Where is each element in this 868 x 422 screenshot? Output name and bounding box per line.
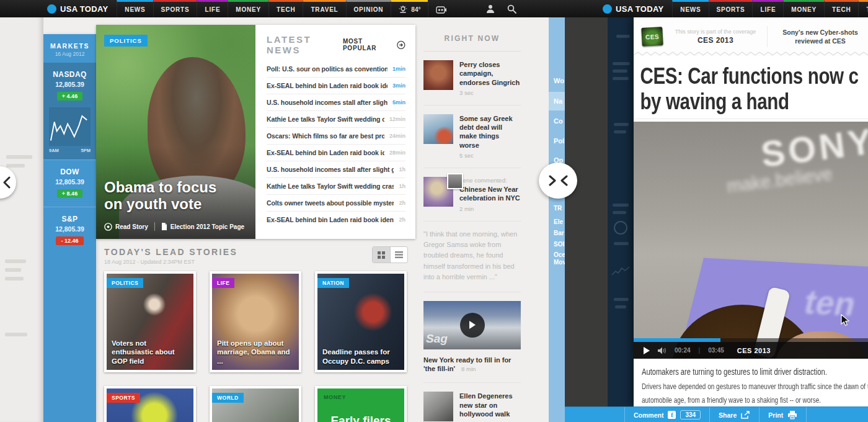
index-value: 12,805.39 <box>43 178 96 186</box>
nav-item-travel[interactable]: TRAVEL <box>303 0 345 17</box>
lead-story-card[interactable]: LIFEPitt opens up about marriage, Obama … <box>210 271 301 372</box>
camera-icon <box>436 6 447 14</box>
play-button[interactable] <box>460 313 485 338</box>
right-now-item[interactable]: Irene commented:Chinese New Year celebra… <box>423 168 521 222</box>
nav-item-opinion[interactable]: OPINION <box>346 0 391 17</box>
print-button[interactable]: Print <box>759 407 807 422</box>
nav-item-sports[interactable]: SPORTS <box>153 0 197 17</box>
top-stories-card: POLITICS Obama to focus on youth vote Re… <box>96 25 415 239</box>
video-nav-button[interactable] <box>428 0 454 17</box>
list-view-button[interactable] <box>391 247 408 263</box>
usatoday-logo-right[interactable]: USA TODAY <box>594 0 672 17</box>
lead-story-card[interactable]: WORLD <box>210 386 301 422</box>
nav-item-life[interactable]: LIFE <box>197 0 228 17</box>
news-title: Ex-SEAL behind bin Laden raid book ident… <box>267 82 388 89</box>
index-change-badge: + 8.46 <box>57 189 82 198</box>
share-label: Share <box>719 411 737 419</box>
nav-item-tech[interactable]: TECH <box>268 0 303 17</box>
right-now-item[interactable]: Some say Greek debt deal will make thing… <box>423 106 521 168</box>
nav-item-news[interactable]: NEWS <box>672 0 708 17</box>
screenshot-root: USA TODAY NEWSSPORTSLIFEMONEYTECHTRAVELO… <box>0 0 868 422</box>
right-now-column: RIGHT NOW Perry closes campaign, endorse… <box>423 34 521 422</box>
tennis-photo: SPORTS <box>107 388 193 422</box>
baseball-thumbnail: Sag <box>423 301 521 349</box>
card-title: Voters not enthusiastic about GOP field <box>112 339 188 366</box>
nav-item-sports[interactable]: SPORTS <box>709 0 753 17</box>
market-index-dow[interactable]: DOW12,805.39+ 8.46 <box>43 159 96 207</box>
latest-news-item[interactable]: Ex-SEAL behind bin Laden raid book ident… <box>267 77 405 94</box>
article-page: CES This story is part of the coverage C… <box>634 17 868 406</box>
video-title: CES 2013 <box>737 347 771 354</box>
topic-page-link[interactable]: Election 2012 Topic Page <box>161 223 244 230</box>
lead-story-card[interactable]: MONEYEarly filers have to wait <box>315 386 407 422</box>
flyout-menu-item[interactable]: Na <box>549 92 565 110</box>
coverage-divider <box>767 26 768 47</box>
flyout-menu-item[interactable]: Mov <box>549 257 565 267</box>
lead-story-card[interactable]: POLITICSVoters not enthusiastic about GO… <box>104 271 196 372</box>
latest-news-item[interactable]: Poll: U.S. sour on politics as conventio… <box>267 61 405 77</box>
flyout-menu-item[interactable]: Wo <box>549 71 565 90</box>
lead-stories-title: TODAY'S LEAD STORIES <box>104 247 237 257</box>
right-now-video-item[interactable]: SagNew York ready to fill in for 'the fi… <box>423 292 521 384</box>
ellen-thumbnail <box>423 392 453 421</box>
right-now-item[interactable]: Ellen Degeneres new star on hollywood wa… <box>423 383 521 422</box>
latest-news-item[interactable]: Ex-SEAL behind bin Laden raid book ident… <box>267 144 405 161</box>
latest-news-item[interactable]: Kathie Lee talks Taylor Swift wedding cr… <box>267 110 405 127</box>
flyout-menu-item[interactable]: Bar <box>549 228 565 238</box>
latest-news-item[interactable]: Colts owner tweets about possible myster… <box>267 194 405 211</box>
nav-item-money[interactable]: MONEY <box>783 0 824 17</box>
right-now-item-body: Irene commented:Chinese New Year celebra… <box>459 177 521 212</box>
usatoday-logo[interactable]: USA TODAY <box>38 0 117 17</box>
right-now-item[interactable]: Perry closes campaign, endorses Gingrich… <box>423 52 521 106</box>
flyout-menu-item[interactable]: SOI <box>549 239 565 249</box>
lead-story-card[interactable]: NATIONDeadline passes for Occupy D.C. ca… <box>315 271 407 372</box>
flyout-menu-item[interactable]: Pol <box>549 132 565 150</box>
video-duration: 03:45 <box>708 347 724 354</box>
hero-links: Read Story Election 2012 Topic Page <box>104 222 244 231</box>
list-icon <box>395 251 403 258</box>
lead-story-card[interactable]: SPORTS <box>104 386 196 422</box>
volume-icon[interactable] <box>658 347 666 354</box>
play-button-icon[interactable] <box>644 347 650 354</box>
collapse-panels-button[interactable] <box>539 163 577 199</box>
chevron-right-icon <box>549 175 557 186</box>
comment-button[interactable]: Comment f 334 <box>624 407 709 422</box>
user-account-icon[interactable] <box>486 4 495 13</box>
related-story-link[interactable]: Sony's new Cyber-shots reviewed at CES <box>773 28 868 45</box>
view-toggle <box>372 246 408 263</box>
story-timestamp: 5 sec <box>459 152 521 159</box>
video-player[interactable]: SONY make.believe ten 00:24 <box>634 122 868 359</box>
grid-view-button[interactable] <box>373 247 391 263</box>
search-icon[interactable] <box>507 4 516 14</box>
nav-item-news[interactable]: NEWS <box>117 0 153 17</box>
latest-news-item[interactable]: Ex-SEAL behind bin Laden raid book ident… <box>267 211 405 228</box>
latest-news-panel: LATEST NEWS MOST POPULAR Poll: U.S. sour… <box>255 25 415 239</box>
flyout-menu-item[interactable]: TR <box>549 203 565 213</box>
latest-news-item[interactable]: U.S. household incomes stall after sligh… <box>267 161 405 177</box>
latest-news-item[interactable]: Oscars: Which films so far are best pros… <box>267 127 405 144</box>
nav-item-life[interactable]: LIFE <box>752 0 783 17</box>
flyout-menu-item[interactable]: Ele <box>549 217 565 227</box>
market-index-nasdaq[interactable]: NASDAQ12,805.39+ 4.469AM5PM <box>43 63 96 159</box>
read-story-link[interactable]: Read Story <box>104 223 148 231</box>
money-text-photo: MONEYEarly filers have to wait <box>317 388 404 422</box>
index-name: DOW <box>43 168 96 176</box>
collapsed-right-rail <box>608 17 634 406</box>
coverage-info[interactable]: This story is part of the coverage CES 2… <box>669 29 762 45</box>
hero-section-badge[interactable]: POLITICS <box>104 35 148 47</box>
share-button[interactable]: Share <box>709 407 759 422</box>
market-index-sp[interactable]: S&P12,805.39- 12.46 <box>43 207 96 254</box>
weather-widget[interactable]: 84° <box>391 0 428 17</box>
left-page-nav: USA TODAY NEWSSPORTSLIFEMONEYTECHTRAVELO… <box>38 0 454 17</box>
index-name: NASDAQ <box>43 70 96 79</box>
nav-item-travel[interactable]: TRAVEL <box>858 0 868 17</box>
most-popular-link[interactable]: MOST POPULAR <box>343 38 405 52</box>
flyout-menu-item[interactable]: Co <box>549 112 565 130</box>
ces-badge-thumbnail[interactable]: CES <box>641 27 663 47</box>
latest-news-item[interactable]: Kathie Lee talks Taylor Swift wedding cr… <box>267 177 405 194</box>
hero-story[interactable]: POLITICS Obama to focus on youth vote Re… <box>96 25 255 239</box>
nav-item-tech[interactable]: TECH <box>824 0 858 17</box>
nav-item-money[interactable]: MONEY <box>228 0 268 17</box>
markets-date: 16 Aug 2012 <box>43 51 96 57</box>
latest-news-item[interactable]: U.S. household incomes stall after sligh… <box>267 94 405 110</box>
